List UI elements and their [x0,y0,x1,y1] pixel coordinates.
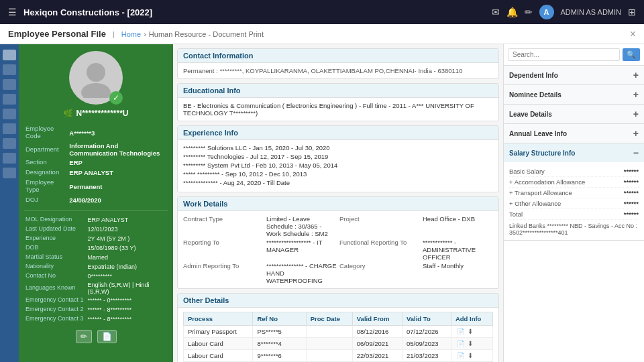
sidebar-icon-3[interactable] [3,79,16,90]
doj-label: DOJ [25,196,68,204]
ec3-label: Emergency Contact 3 [25,315,87,323]
mol-label: MOL Designation [25,216,87,224]
table-cell-actions: 📄⬇ [451,350,492,362]
edit-icon[interactable]: ✏ [525,7,533,17]
salary-label: + Transport Allowance [509,189,572,196]
profile-panel: ✓ 🌿 N*************U Employee Code A*****… [19,44,173,362]
accordion-toggle-leave: + [633,109,639,119]
download-icon[interactable]: ⬇ [468,328,473,335]
education-body: BE - Electronics & Communication ( Elect… [178,98,498,121]
work-label: Contract Type [183,215,264,237]
salary-row: + Other Allowance****** [509,198,639,209]
top-nav-icons: ✉ 🔔 ✏ A ADMIN AS ADMIN ⊞ [492,5,636,19]
emp-name-text: N*************U [76,109,128,118]
salary-label: + Other Allowance [509,200,561,207]
marital-label: Martial Status [25,253,87,261]
work-value: ****************** - IT MANAGER [266,239,337,261]
accordion-header-nominee[interactable]: Nominee Details+ [504,85,644,104]
close-button[interactable]: × [630,28,636,40]
accordion-header-leave[interactable]: Leave Details+ [504,105,644,123]
table-cell: PS*****5 [253,326,306,338]
emp-type-value: Permanent [69,178,166,194]
table-column-header: Proc Date [306,312,352,326]
table-cell: 8*******4 [253,338,306,350]
salary-value: ****** [624,200,639,207]
edit-profile-button[interactable]: ✏ [76,330,92,343]
table-column-header: Ref No [253,312,306,326]
sidebar-icon-5[interactable] [3,109,16,119]
pdf-icon[interactable]: 📄 [457,352,465,359]
work-label: Functional Reporting To [339,239,420,261]
ec3-value: ****** - 8********* [88,315,166,323]
salary-row: + Transport Allowance****** [509,188,639,198]
admin-name: ADMIN AS ADMIN [561,8,621,16]
accordion-header-salary[interactable]: Salary Structure Info− [504,143,644,162]
salary-row: + Accomodation Allowance****** [509,177,639,188]
work-label: Reporting To [183,239,264,261]
sidebar-icon-7[interactable] [3,138,16,149]
salary-label: Total [509,210,523,218]
table-column-header: Add Info [451,312,492,326]
right-search-button[interactable]: 🔍 [623,48,640,61]
separator: | [113,30,115,38]
top-nav-left: ☰ Hexiqon Constructions - [2022] [8,7,152,17]
work-details-header: Work Details [178,197,498,211]
table-cell [306,350,352,362]
right-search: 🔍 [504,44,644,66]
table-cell: 22/03/2021 [352,350,402,362]
list-item: ********* Solutions LLC - Jan 15, 2020 -… [183,144,493,152]
table-cell: 07/12/2026 [402,326,451,338]
contact-address: Permanent : *********, KOYPALLIKARANMA, … [183,67,462,74]
app-title: Hexiqon Constructions - [2022] [23,7,152,17]
accordion-header-annual_leave[interactable]: Annual Leave Info+ [504,124,644,143]
right-search-input[interactable] [508,48,620,61]
download-icon[interactable]: ⬇ [468,340,473,347]
top-nav: ☰ Hexiqon Constructions - [2022] ✉ 🔔 ✏ A… [0,0,644,24]
breadcrumb-home[interactable]: Home [121,30,141,38]
table-row: Labour Card8*******406/09/202105/09/2023… [184,338,493,350]
sidebar-icon-1[interactable] [3,50,16,60]
sidebar-icon-8[interactable] [3,153,16,164]
work-details-body: Contract TypeLimited - Leave Schedule : … [178,211,498,288]
emp-name-icon: 🌿 [63,109,73,118]
hamburger-icon[interactable]: ☰ [8,7,17,17]
salary-value: ****** [624,178,639,186]
other-details-card: Other Details ProcessRef NoProc DateVali… [177,293,499,362]
table-cell: 06/09/2021 [352,338,402,350]
sidebar-icon-4[interactable] [3,94,16,105]
table-column-header: Valid From [352,312,402,326]
pdf-icon[interactable]: 📄 [457,328,465,335]
accordion-label-salary: Salary Structure Info [509,149,575,157]
right-panel: 🔍 Dependent Info+Nominee Details+Leave D… [503,44,644,362]
bell-icon[interactable]: 🔔 [506,7,518,17]
accordion-toggle-dependent: + [633,70,639,80]
table-row: Labour Card9*******622/03/202121/03/2023… [184,350,493,362]
profile-table: Employee Code A*******3 Department Infor… [24,123,168,206]
sidebar-icon-9[interactable] [3,168,16,178]
contact-info-card: Contact Information Permanent : ********… [177,48,499,79]
download-icon[interactable]: ⬇ [468,352,473,359]
grid-icon[interactable]: ⊞ [628,7,636,17]
ec2-value: ****** - 8********* [88,306,166,314]
table-cell [306,338,352,350]
other-details-table: ProcessRef NoProc DateValid FromValid To… [183,312,493,362]
salary-value: ****** [624,168,639,175]
document-profile-button[interactable]: 📄 [97,330,117,343]
sidebar-icon-6[interactable] [3,123,16,134]
breadcrumb: Home › Human Resource - Document Print [121,30,264,38]
dob-value: 15/06/1989 (33 Y) [88,244,166,252]
exp-label: Experience [25,235,87,243]
experience-body: ********* Solutions LLC - Jan 15, 2020 -… [178,140,498,192]
work-label: Category [339,262,420,284]
accordion-label-nominee: Nominee Details [509,91,561,99]
accordion-header-dependent[interactable]: Dependent Info+ [504,66,644,84]
experience-card: Experience Info ********* Solutions LLC … [177,125,499,192]
accordion-label-dependent: Dependent Info [509,72,558,79]
pdf-icon[interactable]: 📄 [457,340,465,347]
table-cell [306,326,352,338]
mail-icon[interactable]: ✉ [492,7,500,17]
sidebar-icon-2[interactable] [3,64,16,75]
svg-point-1 [81,83,111,98]
experience-header: Experience Info [178,126,498,140]
contact-info-body: Permanent : *********, KOYPALLIKARANMA, … [178,63,498,78]
